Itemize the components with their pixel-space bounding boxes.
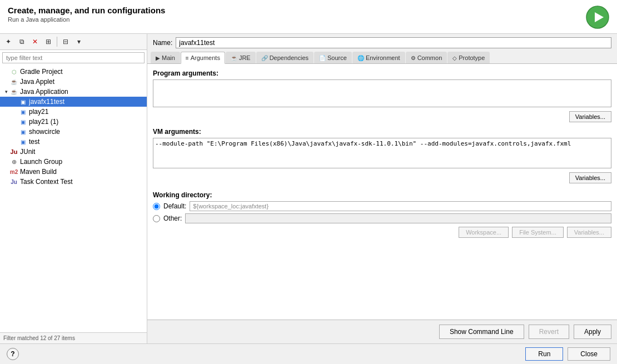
tree-item-applet[interactable]: ☕ Java Applet [0,77,147,87]
dialog-header: Create, manage, and run configurations R… [0,0,617,34]
section-separator-1 [153,122,611,128]
revert-button[interactable]: Revert [529,325,569,339]
expand-arrow [3,79,9,84]
left-toolbar: ✦ ⧉ ✕ ⊞ ⊟ ▾ [0,34,147,50]
tree-label-maven-build: Maven Build [20,168,57,176]
tree-item-junit[interactable]: Ju JUnit [0,147,147,157]
apply-button[interactable]: Apply [574,325,611,339]
default-radio[interactable] [153,203,160,210]
working-dir-section: Working directory: Default: Other: Works… [153,191,611,238]
close-button[interactable]: Close [568,347,610,361]
vm-args-section: VM arguments: --module-path "E:\Program … [153,128,611,183]
env-tab-icon: 🌐 [357,55,364,61]
launch-group-icon: ⊕ [10,158,18,166]
working-dir-label: Working directory: [153,191,611,199]
tree-label-test: test [29,138,39,146]
right-panel: Name: ▶ Main ≡ Arguments ☕ JRE 🔗 [147,34,617,343]
tree-item-test[interactable]: ▣ test [0,137,147,147]
tree-item-java-application[interactable]: ▾ ☕ Java Application [0,87,147,97]
maven-icon: m2 [10,168,18,176]
footer-right: Run Close [525,347,610,361]
main-tab-icon: ▶ [156,55,160,61]
filter-status: Filter matched 12 of 27 items [3,335,75,341]
filter-input[interactable] [2,52,145,63]
tabs-bar: ▶ Main ≡ Arguments ☕ JRE 🔗 Dependencies … [147,52,617,64]
program-args-label: Program arguments: [153,69,611,77]
config-icon-play21: ▣ [19,108,27,116]
config-icon-play21-1: ▣ [19,118,27,126]
run-button[interactable]: Run [525,347,563,361]
show-command-line-button[interactable]: Show Command Line [439,325,524,339]
collapse-all-button[interactable]: ⊟ [59,36,72,48]
tab-common-label: Common [417,54,442,61]
program-args-variables-button[interactable]: Variables... [569,111,611,122]
tab-dependencies[interactable]: 🔗 Dependencies [256,52,314,63]
tree-label-play21-1: play21 (1) [29,118,58,126]
expand-arrow-maven [3,169,9,174]
name-label: Name: [153,39,172,47]
java-app-icon: ☕ [10,88,18,96]
tab-jre[interactable]: ☕ JRE [226,52,256,63]
name-bar: Name: [147,34,617,52]
duplicate-config-button[interactable]: ⧉ [16,36,28,48]
tab-prototype-label: Prototype [459,54,485,61]
filesystem-button[interactable]: File System... [512,227,564,238]
tree-item-play21[interactable]: ▣ play21 [0,107,147,117]
tree-item-play21-1[interactable]: ▣ play21 (1) [0,117,147,127]
view-menu-button[interactable]: ▾ [73,36,85,48]
other-radio-label: Other: [163,215,182,222]
left-panel: ✦ ⧉ ✕ ⊞ ⊟ ▾ ⬡ Gradle Project [0,34,147,343]
tab-content-arguments: Program arguments: Variables... VM argum… [147,64,617,320]
config-icon-javafx11test: ▣ [19,98,27,106]
tab-source-label: Source [327,54,347,61]
variables-button-workdir[interactable]: Variables... [567,227,611,238]
tab-jre-label: JRE [239,54,251,61]
tree-item-launch-group[interactable]: ⊕ Launch Group [0,157,147,167]
delete-config-button[interactable]: ✕ [29,36,41,48]
default-radio-label: Default: [163,202,186,210]
default-radio-row: Default: [153,201,611,211]
name-input[interactable] [176,37,611,48]
expand-arrow [3,69,9,74]
new-config-button[interactable]: ✦ [2,36,14,48]
toolbar-separator [57,37,57,47]
expand-arrow-junit [3,149,9,154]
tab-environment[interactable]: 🌐 Environment [352,52,405,63]
tab-source[interactable]: 📄 Source [314,52,352,63]
tree-label-showcircle: showcircle [29,128,60,136]
tab-environment-label: Environment [366,54,400,61]
tab-arguments-label: Arguments [191,54,220,61]
dialog-body: ✦ ⧉ ✕ ⊞ ⊟ ▾ ⬡ Gradle Project [0,34,617,343]
vm-args-label: VM arguments: [153,128,611,136]
tree-item-maven-build[interactable]: m2 Maven Build [0,167,147,177]
tree-item-gradle[interactable]: ⬡ Gradle Project [0,67,147,77]
other-dir-input[interactable] [185,213,611,223]
vm-args-variables-button[interactable]: Variables... [569,172,611,183]
other-radio[interactable] [153,215,160,222]
tree-label-javafx11test: javafx11test [29,98,64,106]
tree-label-task-context: Task Context Test [20,178,73,186]
filter-config-button[interactable]: ⊞ [42,36,54,48]
tree-item-showcircle[interactable]: ▣ showcircle [0,127,147,137]
tab-arguments[interactable]: ≡ Arguments [181,52,225,64]
run-icon-large [586,6,609,29]
program-args-input[interactable] [153,79,611,107]
tree-label-junit: JUnit [20,148,35,156]
tab-common[interactable]: ⚙ Common [406,52,447,63]
default-dir-input[interactable] [190,201,611,211]
tab-prototype[interactable]: ◇ Prototype [447,52,490,63]
dialog-title: Create, manage, and run configurations [8,6,165,15]
run-configurations-dialog: Create, manage, and run configurations R… [0,0,617,364]
workspace-button[interactable]: Workspace... [459,227,509,238]
task-icon: Ju [10,178,18,186]
tree-item-javafx11test[interactable]: ▣ javafx11test [0,97,147,107]
tree-label-play21: play21 [29,108,48,116]
vm-args-input[interactable]: --module-path "E:\Program Files(x86)\Jav… [153,138,611,168]
args-tab-icon: ≡ [186,55,189,61]
help-button[interactable]: ? [7,348,19,360]
applet-icon: ☕ [10,78,18,86]
proto-tab-icon: ◇ [452,55,457,61]
common-tab-icon: ⚙ [411,55,416,61]
tab-main[interactable]: ▶ Main [151,52,180,63]
tree-item-task-context[interactable]: Ju Task Context Test [0,177,147,187]
